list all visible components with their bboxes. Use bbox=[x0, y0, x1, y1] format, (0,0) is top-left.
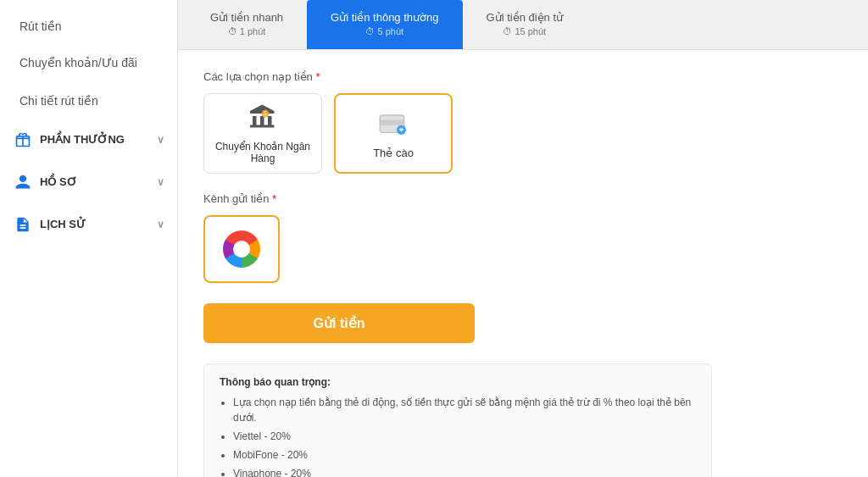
sidebar-section-lich-su[interactable]: LỊCH SỬ ∨ bbox=[0, 203, 177, 246]
sidebar-item-chi-tiet[interactable]: Chi tiết rút tiền bbox=[0, 83, 177, 119]
option-bank-transfer[interactable]: $ Chuyển Khoản Ngân Hàng bbox=[203, 93, 322, 174]
svg-rect-3 bbox=[380, 119, 404, 125]
document-icon bbox=[13, 214, 33, 235]
main-content: Gửi tiền nhanh ⏱ 1 phút Gửi tiền thông t… bbox=[178, 0, 868, 477]
tab-gui-dien-tu[interactable]: Gửi tiền điện tử ⏱ 15 phút bbox=[463, 0, 587, 49]
card-options: $ Chuyển Khoản Ngân Hàng Thẻ cào bbox=[203, 93, 843, 174]
sidebar-section-ho-so[interactable]: HỒ SƠ ∨ bbox=[0, 161, 177, 203]
option-the-cao[interactable]: Thẻ cào bbox=[334, 93, 453, 174]
kenh-gui-tien-label: Kênh gửi tiền * bbox=[203, 192, 843, 205]
required-mark-2: * bbox=[272, 192, 276, 205]
gift-icon bbox=[13, 130, 33, 150]
notice-box: Thông báo quan trọng: Lựa chọn nạp tiền … bbox=[203, 363, 712, 477]
tab-gui-thuong[interactable]: Gửi tiền thông thường ⏱ 5 phút bbox=[307, 0, 462, 49]
notice-item-0: Lựa chọn nạp tiền bằng thẻ di động, số t… bbox=[233, 395, 696, 425]
notice-title: Thông báo quan trọng: bbox=[220, 376, 696, 388]
bank-icon: $ bbox=[246, 103, 280, 136]
chevron-phan-thuong: ∨ bbox=[157, 134, 164, 146]
nap-tien-label: Các lựa chọn nạp tiền * bbox=[203, 70, 843, 83]
tabs-bar: Gửi tiền nhanh ⏱ 1 phút Gửi tiền thông t… bbox=[178, 0, 868, 50]
channel-options bbox=[203, 215, 843, 283]
content-body: Các lựa chọn nạp tiền * $ Chuyển Khoản N… bbox=[178, 50, 868, 477]
notice-list: Lựa chọn nạp tiền bằng thẻ di động, số t… bbox=[220, 395, 696, 477]
notice-item-1: Viettel - 20% bbox=[233, 429, 696, 444]
notice-item-2: MobiFone - 20% bbox=[233, 447, 696, 463]
sidebar: Rút tiền Chuyển khoản/Ưu đãi Chi tiết rú… bbox=[0, 0, 178, 477]
chevron-lich-su: ∨ bbox=[157, 219, 164, 230]
sidebar-item-rut-tien[interactable]: Rút tiền bbox=[0, 8, 177, 44]
person-icon bbox=[13, 172, 33, 192]
submit-button[interactable]: Gửi tiền bbox=[203, 303, 475, 343]
the-cao-icon bbox=[376, 108, 410, 141]
chevron-ho-so: ∨ bbox=[157, 176, 164, 188]
opera-icon bbox=[223, 230, 260, 268]
sidebar-item-chuyen-khoan[interactable]: Chuyển khoản/Ưu đãi bbox=[0, 44, 177, 83]
sidebar-section-phan-thuong[interactable]: PHẦN THƯỞNG ∨ bbox=[0, 119, 177, 161]
channel-opera[interactable] bbox=[203, 215, 280, 283]
notice-item-3: Vinaphone - 20% bbox=[233, 466, 696, 477]
required-mark-1: * bbox=[315, 70, 320, 83]
tab-gui-nhanh[interactable]: Gửi tiền nhanh ⏱ 1 phút bbox=[186, 0, 307, 49]
